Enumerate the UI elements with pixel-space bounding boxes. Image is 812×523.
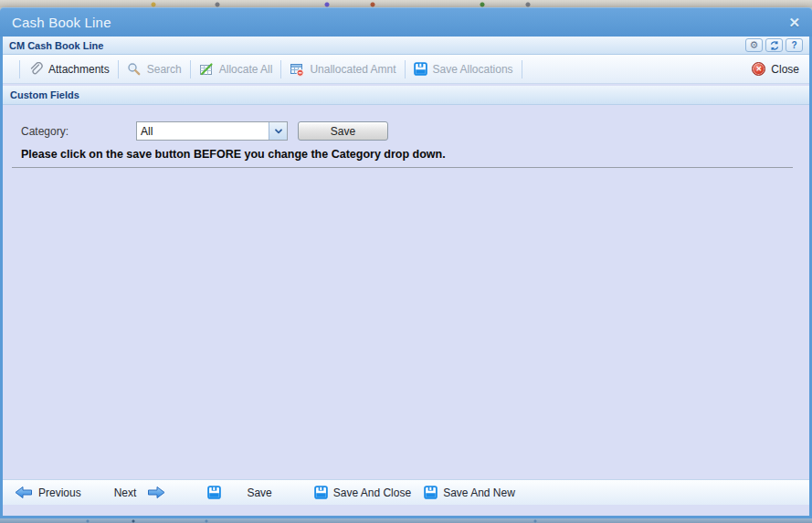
settings-button[interactable]: ⚙ (745, 38, 763, 52)
save-icon (207, 486, 221, 499)
panel-header-buttons: ⚙ ? (745, 38, 803, 52)
search-button[interactable]: Search (127, 62, 182, 77)
background-page-bottom-sliver (0, 518, 812, 523)
gear-icon: ⚙ (750, 40, 759, 50)
toolbar-separator (522, 60, 522, 78)
toolbar-separator (280, 60, 281, 78)
custom-fields-title: Custom Fields (10, 89, 79, 100)
arrow-left-icon (15, 486, 33, 499)
attachments-button[interactable]: Attachments (28, 62, 110, 77)
previous-button[interactable]: Previous (15, 486, 81, 499)
unallocated-amnt-button[interactable]: Unallocated Amnt (290, 62, 395, 77)
category-label: Category: (21, 125, 136, 138)
arrow-right-icon (147, 486, 165, 499)
cash-book-line-dialog: Cash Book Line ✕ CM Cash Book Line ⚙ (0, 7, 812, 518)
save-icon (424, 486, 438, 499)
background-page-top-sliver (0, 0, 812, 7)
save-button[interactable]: Save (207, 486, 271, 499)
help-button[interactable]: ? (786, 38, 803, 52)
close-red-icon: ✕ (752, 62, 765, 76)
category-value: All (137, 122, 269, 140)
close-icon[interactable]: ✕ (788, 16, 800, 29)
search-label: Search (147, 63, 182, 76)
panel-header: CM Cash Book Line ⚙ (3, 37, 809, 55)
attachments-label: Attachments (48, 63, 110, 76)
save-notice-text: Please click on the save button BEFORE y… (21, 148, 446, 161)
category-dropdown-trigger[interactable] (269, 122, 287, 140)
allocate-all-button[interactable]: Allocate All (199, 62, 273, 77)
save-allocations-label: Save Allocations (433, 63, 513, 76)
close-label: Close (771, 63, 799, 76)
custom-fields-header: Custom Fields (3, 86, 809, 105)
category-save-button[interactable]: Save (298, 121, 388, 141)
save-allocations-button[interactable]: Save Allocations (414, 62, 513, 76)
save-and-close-button[interactable]: Save And Close (314, 486, 411, 499)
dialog-title: Cash Book Line (12, 15, 111, 30)
next-label: Next (114, 486, 137, 499)
top-toolbar: Attachments Search (3, 55, 809, 84)
horizontal-divider (12, 167, 793, 168)
category-dropdown[interactable]: All (136, 121, 288, 141)
toolbar-separator (190, 60, 191, 78)
refresh-icon (769, 40, 780, 51)
footer-strip (3, 505, 809, 516)
toolbar-separator (405, 60, 406, 78)
panel-title: CM Cash Book Line (9, 40, 103, 51)
chevron-down-icon (274, 128, 283, 135)
unallocated-amount-icon (290, 62, 304, 77)
save-and-close-label: Save And Close (333, 486, 411, 499)
save-and-new-label: Save And New (443, 486, 515, 499)
dialog-titlebar: Cash Book Line ✕ (0, 7, 812, 37)
toolbar-separator (19, 60, 20, 78)
dialog-body: CM Cash Book Line ⚙ (0, 37, 812, 518)
allocate-all-icon (199, 62, 214, 77)
next-button[interactable]: Next (114, 486, 166, 499)
save-label: Save (247, 486, 271, 499)
save-icon (414, 62, 427, 76)
save-and-new-button[interactable]: Save And New (424, 486, 515, 499)
toolbar-separator (118, 60, 119, 78)
category-row: Category: All Save (21, 121, 388, 141)
search-icon (127, 62, 142, 77)
previous-label: Previous (38, 486, 81, 499)
footer-toolbar: Previous Next (3, 479, 809, 505)
custom-fields-content: Category: All Save Please click on the s… (3, 105, 809, 479)
refresh-button[interactable] (765, 38, 783, 52)
save-icon (314, 486, 328, 499)
close-button[interactable]: ✕ Close (752, 62, 801, 76)
help-icon: ? (791, 41, 796, 50)
paperclip-icon (28, 62, 43, 77)
unallocated-amnt-label: Unallocated Amnt (310, 63, 395, 76)
allocate-all-label: Allocate All (219, 63, 273, 76)
